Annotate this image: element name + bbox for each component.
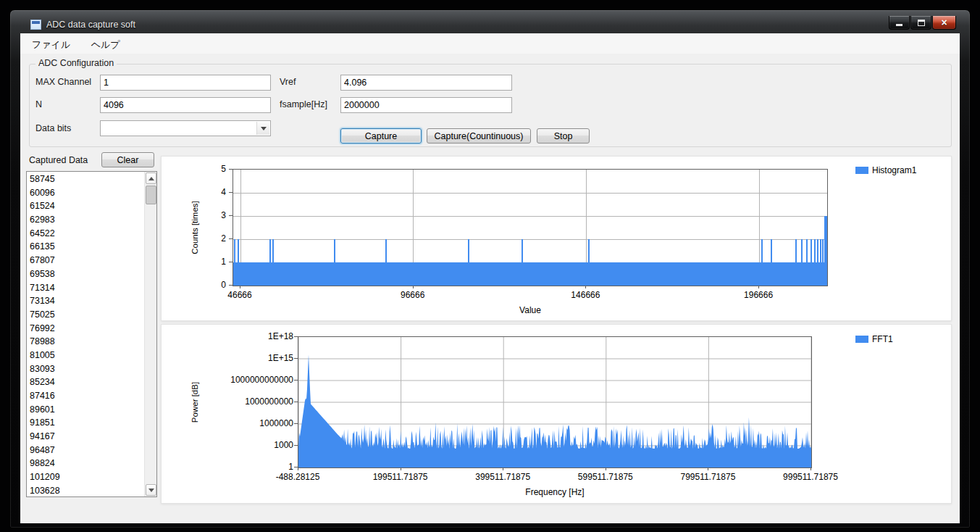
scroll-up-button[interactable] [146, 173, 156, 184]
list-item[interactable]: 94167 [27, 430, 144, 444]
tick-label: 0 [162, 279, 226, 291]
legend-swatch [855, 167, 868, 174]
stop-button[interactable]: Stop [537, 128, 590, 144]
histogram-chart-panel: Counts [times] Value Histogram1 46666966… [161, 156, 952, 321]
tick-mark [294, 467, 298, 467]
tick-mark [811, 467, 811, 470]
tick-mark [294, 445, 298, 446]
list-item[interactable]: 78988 [27, 335, 144, 349]
maximize-button[interactable] [910, 16, 931, 30]
list-item[interactable]: 76992 [27, 322, 144, 336]
list-item[interactable]: 61524 [27, 199, 144, 213]
list-item[interactable]: 69538 [27, 267, 144, 281]
captured-data-list-items[interactable]: 5874560096615246298364522661356780769538… [27, 173, 144, 496]
n-input[interactable] [100, 97, 271, 113]
list-item[interactable]: 83093 [27, 362, 144, 376]
list-item[interactable]: 96487 [27, 444, 144, 457]
n-label: N [35, 99, 42, 109]
list-item[interactable]: 89601 [27, 403, 144, 417]
list-item[interactable]: 101209 [27, 470, 144, 484]
scroll-down-button[interactable] [146, 484, 156, 496]
fsample-input[interactable] [340, 97, 512, 113]
list-item[interactable]: 62983 [27, 213, 144, 227]
close-icon: × [941, 17, 947, 28]
tick-mark [229, 169, 233, 170]
data-bits-dropdown-button[interactable] [256, 122, 269, 135]
minimize-button[interactable] [889, 16, 910, 30]
tick-label: 1000 [204, 439, 293, 451]
tick-label: 196666 [744, 289, 773, 301]
tick-mark [294, 423, 298, 424]
histogram-series [233, 170, 827, 286]
tick-mark [585, 286, 586, 288]
list-item[interactable]: 81005 [27, 349, 144, 362]
app-icon [30, 20, 41, 30]
list-scrollbar[interactable] [144, 172, 156, 496]
menu-item-file[interactable]: ファイル [23, 33, 79, 56]
tick-label: 96666 [401, 289, 424, 301]
max-channel-input[interactable] [100, 75, 271, 91]
tick-mark [294, 358, 298, 359]
maximize-icon [918, 20, 925, 26]
close-button[interactable]: × [932, 16, 956, 30]
scroll-thumb[interactable] [146, 186, 156, 204]
list-item[interactable]: 103628 [27, 484, 144, 496]
tick-mark [294, 380, 298, 381]
list-item[interactable]: 71314 [27, 281, 144, 295]
list-item[interactable]: 73134 [27, 294, 144, 308]
tick-mark [294, 402, 298, 402]
tick-label: 1E+15 [204, 352, 293, 364]
list-item[interactable]: 85234 [27, 375, 144, 389]
tick-mark [413, 286, 414, 288]
fft-plot-area [298, 336, 812, 468]
list-item[interactable]: 75025 [27, 308, 144, 322]
histogram-legend: Histogram1 [855, 165, 916, 175]
title-bar[interactable] [10, 10, 970, 33]
tick-label: 1 [204, 461, 293, 473]
capture-continuous-button[interactable]: Capture(Countinuous) [427, 128, 531, 144]
list-item[interactable]: 66135 [27, 240, 144, 254]
list-item[interactable]: 87416 [27, 389, 144, 403]
legend-label: Histogram1 [872, 165, 916, 175]
tick-label: 146666 [571, 289, 600, 301]
fft-legend: FFT1 [855, 334, 893, 344]
tick-label: 599511.71875 [578, 471, 633, 483]
tick-mark [294, 336, 298, 337]
list-item[interactable]: 67807 [27, 254, 144, 267]
list-item[interactable]: 60096 [27, 186, 144, 200]
tick-mark [229, 262, 233, 262]
tick-mark [229, 192, 233, 193]
list-item[interactable]: 98824 [27, 457, 144, 470]
fft-y-axis-title: Power [dB] [190, 382, 199, 423]
group-title: ADC Configuration [35, 58, 117, 68]
vref-input[interactable] [340, 75, 512, 91]
tick-label: 999511.71875 [783, 471, 838, 483]
list-item[interactable]: 58745 [27, 173, 144, 186]
menu-item-help[interactable]: ヘルプ [83, 33, 129, 56]
list-item[interactable]: 91851 [27, 416, 144, 430]
tick-label: -488.28125 [276, 471, 320, 483]
legend-swatch [855, 336, 868, 343]
scroll-up-icon [148, 177, 154, 180]
tick-label: 1000000 [204, 417, 293, 429]
tick-label: 3 [162, 209, 226, 221]
tick-mark [503, 467, 503, 470]
tick-mark [606, 467, 606, 470]
data-bits-combobox[interactable] [100, 120, 271, 136]
tick-label: 1000000000000 [204, 374, 293, 386]
fft-x-axis-title: Frequency [Hz] [298, 487, 812, 497]
list-item[interactable]: 64522 [27, 227, 144, 241]
tick-label: 1E+18 [204, 331, 293, 342]
tick-label: 2 [162, 233, 226, 244]
tick-label: 1 [162, 256, 226, 267]
tick-mark [229, 215, 233, 216]
histogram-plot-area [233, 169, 828, 286]
max-channel-label: MAX Channel [35, 77, 91, 87]
tick-mark [229, 238, 233, 239]
tick-mark [708, 467, 708, 470]
clear-button[interactable]: Clear [101, 152, 154, 167]
capture-button[interactable]: Capture [340, 128, 422, 144]
data-bits-label: Data bits [35, 123, 71, 133]
menu-bar: ファイル ヘルプ [20, 33, 960, 54]
fft-series [298, 337, 811, 467]
